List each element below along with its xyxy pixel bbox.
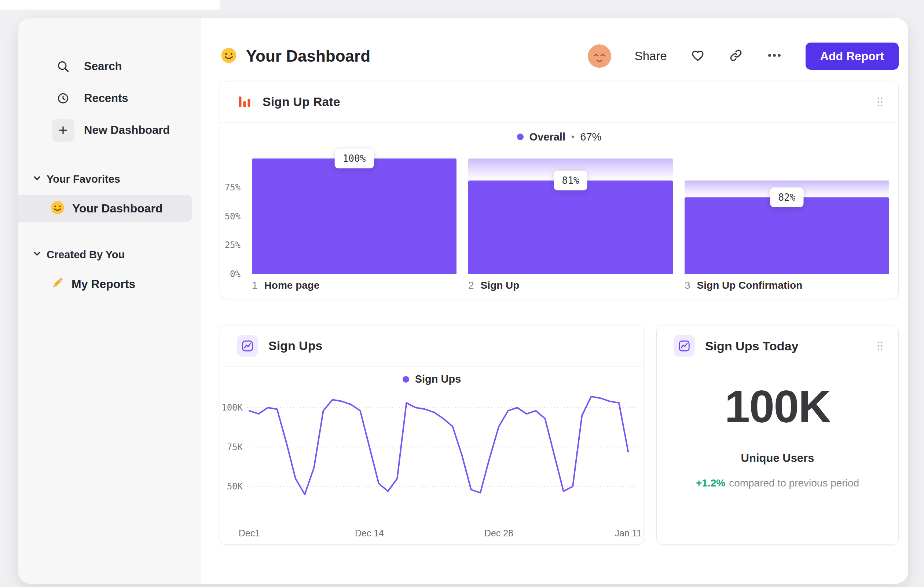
clock-icon: [52, 87, 74, 110]
metric-value: 100K: [657, 380, 898, 433]
funnel-chart-icon: [237, 94, 252, 111]
drag-handle-icon[interactable]: [876, 97, 884, 107]
top-edge-artifact: [0, 0, 220, 10]
card-title: Sign Ups Today: [705, 339, 798, 353]
legend-value: 67%: [580, 131, 601, 143]
sidebar-item-your-dashboard[interactable]: Your Dashboard: [18, 195, 192, 222]
funnel-value-chip: 81%: [554, 170, 587, 190]
funnel-xaxis: 1Home page2Sign Up3Sign Up Confirmation: [252, 279, 889, 291]
section-title: Created By You: [46, 249, 125, 261]
funnel-bar[interactable]: [468, 180, 673, 274]
sidebar-item-label: Recents: [84, 92, 128, 105]
chevron-down-icon: [33, 174, 41, 184]
heart-icon[interactable]: [690, 48, 705, 64]
signups-xaxis: Dec1Dec 14Dec 28Jan 11: [247, 528, 639, 542]
legend-separator: •: [571, 132, 574, 142]
search-icon: [52, 55, 74, 78]
funnel-step-label: 1Home page: [252, 279, 457, 291]
signups-yaxis: 100K75K50K: [220, 394, 243, 529]
axis-tick-label: 75K: [227, 442, 243, 452]
pencil-icon: [50, 276, 64, 292]
share-button[interactable]: Share: [635, 49, 667, 63]
sidebar-item-recents[interactable]: Recents: [18, 84, 201, 113]
card-header: Sign Ups Today: [657, 326, 898, 367]
avatar[interactable]: [588, 45, 611, 68]
card-title: Sign Up Rate: [262, 95, 340, 109]
line-chart-icon: [237, 335, 258, 357]
sidebar-item-my-reports[interactable]: My Reports: [18, 270, 192, 298]
funnel-column: 82%: [685, 159, 889, 274]
funnel-columns: 100%81%82%: [252, 159, 889, 274]
sidebar-item-search[interactable]: Search: [18, 52, 201, 81]
chevron-down-icon: [33, 250, 41, 260]
metric-delta-value: +1.2%: [696, 477, 725, 489]
sidebar-item-label: Your Dashboard: [72, 202, 163, 215]
card-title: Sign Ups: [268, 339, 322, 353]
drag-handle-icon[interactable]: [876, 341, 884, 351]
funnel-column: 81%: [468, 159, 673, 274]
funnel-step-label: 3Sign Up Confirmation: [685, 279, 889, 291]
funnel-bar[interactable]: [685, 197, 889, 274]
page-title: Your Dashboard: [246, 47, 370, 65]
funnel-column: 100%: [252, 159, 457, 274]
dashboard-header: Your Dashboard Share: [220, 38, 899, 74]
signups-line-svg: [247, 394, 639, 529]
card-header: Sign Up Rate: [220, 81, 898, 122]
header-actions: Share: [588, 43, 899, 70]
funnel-legend[interactable]: Overall • 67%: [220, 125, 898, 149]
sidebar: Search Recents New Dashboard: [18, 18, 201, 584]
signups-legend[interactable]: Sign Ups: [220, 367, 644, 392]
legend-dot: [403, 376, 409, 383]
plus-icon: [52, 119, 74, 142]
smiley-icon: [50, 200, 65, 217]
axis-tick-label: 0%: [230, 269, 241, 279]
sign-ups-today-card: Sign Ups Today 100K Unique Users +1.2%co…: [656, 325, 899, 545]
axis-tick-label: 100K: [221, 402, 243, 413]
metric-delta: +1.2%compared to previous period: [657, 477, 898, 489]
metric-delta-note: compared to previous period: [729, 477, 859, 489]
axis-tick-label: Dec 14: [355, 528, 384, 539]
created-section-header[interactable]: Created By You: [18, 245, 201, 265]
legend-dot: [517, 134, 524, 140]
section-title: Your Favorites: [46, 173, 120, 185]
funnel-value-chip: 82%: [771, 187, 804, 207]
main-content: Your Dashboard Share: [201, 18, 908, 584]
legend-label: Sign Ups: [415, 373, 461, 385]
more-options-icon[interactable]: [767, 48, 782, 64]
metric-caption: Unique Users: [657, 451, 898, 465]
funnel-value-chip: 100%: [335, 149, 374, 169]
signups-line: [249, 397, 628, 494]
legend-label: Overall: [530, 131, 565, 143]
app-window: Search Recents New Dashboard: [18, 18, 908, 584]
sidebar-item-new-dashboard[interactable]: New Dashboard: [18, 116, 201, 145]
axis-tick-label: Jan 11: [615, 528, 642, 539]
favorites-section-header[interactable]: Your Favorites: [18, 169, 201, 189]
axis-tick-label: Dec 28: [484, 528, 513, 539]
axis-tick-label: 75%: [225, 182, 241, 193]
funnel-yaxis: 75%50%25%0%: [220, 159, 245, 274]
sidebar-item-label: Search: [84, 60, 122, 73]
link-icon[interactable]: [729, 48, 743, 64]
card-header: Sign Ups: [220, 326, 644, 367]
axis-tick-label: 50%: [225, 211, 241, 222]
sign-up-rate-card: Sign Up Rate Overall • 67% 75%50%25%0% 1…: [219, 81, 899, 299]
axis-tick-label: 50K: [227, 481, 243, 492]
sidebar-item-label: New Dashboard: [84, 124, 170, 137]
line-chart-icon: [673, 335, 695, 357]
add-report-button[interactable]: Add Report: [805, 43, 899, 70]
sign-ups-card: Sign Ups Sign Ups 100K75K50K Dec1Dec 14D…: [219, 325, 644, 545]
funnel-bar[interactable]: [252, 159, 457, 274]
axis-tick-label: 25%: [225, 240, 241, 250]
axis-tick-label: Dec1: [239, 528, 260, 539]
smiley-icon: [220, 47, 237, 65]
sidebar-item-label: My Reports: [71, 277, 135, 291]
funnel-step-label: 2Sign Up: [468, 279, 673, 291]
